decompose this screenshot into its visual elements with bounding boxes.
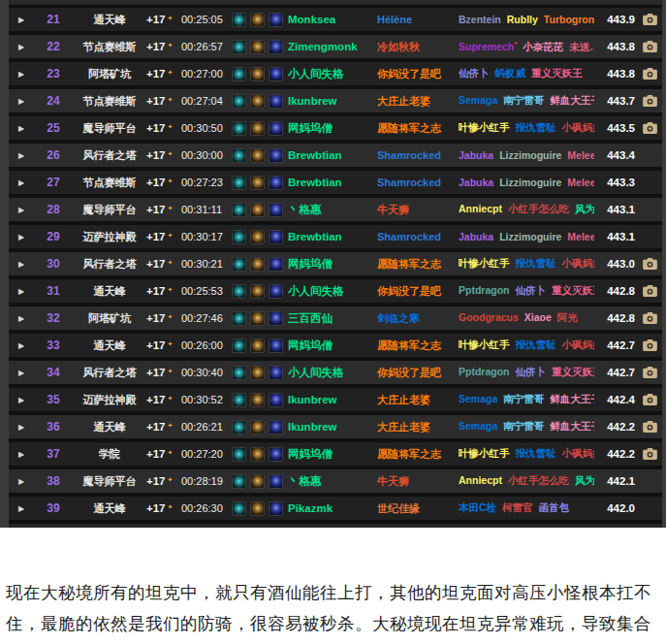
night-star-affix-icon[interactable] [269, 94, 283, 109]
tank-player-name[interactable]: Pikazmk [288, 502, 377, 514]
dps-player-name[interactable]: Goodgracus [459, 311, 519, 323]
dungeon-name[interactable]: 魔导师平台 [73, 121, 146, 136]
tank-player-name[interactable]: Brewbtian [288, 177, 377, 188]
dps-player-name[interactable]: 小砜妈妈 [562, 257, 595, 269]
night-star-affix-icon[interactable] [269, 230, 283, 244]
healer-player-name[interactable]: 冷如秋秋 [377, 40, 459, 54]
bronze-bolt-affix-icon[interactable] [250, 40, 265, 54]
night-star-affix-icon[interactable] [269, 67, 283, 81]
video-link[interactable] [637, 339, 662, 351]
tank-player-name[interactable]: Ikunbrew [288, 394, 377, 405]
healer-player-name[interactable]: Shamrocked [377, 149, 459, 161]
tank-player-name[interactable]: 小人间失格 [288, 67, 377, 81]
table-row[interactable]: ▶ 27 节点赛维斯 +17✦ 00:27:23 Brewbtian Shamr… [9, 171, 662, 194]
dps-player-name[interactable]: Supremech* [459, 41, 517, 52]
dps-player-name[interactable]: 函首包 [539, 501, 570, 513]
expand-arrow-icon[interactable]: ▶ [9, 16, 34, 24]
dps-player-name[interactable]: 阿光 [557, 311, 578, 323]
night-star-affix-icon[interactable] [269, 420, 283, 435]
dps-player-name[interactable]: 叶惨小红手 [459, 447, 510, 459]
night-star-affix-icon[interactable] [269, 338, 283, 353]
table-row[interactable]: ▶ 21 通天峰 +17✦ 00:25:05 Monksea Hélène Bz… [9, 8, 662, 31]
expand-arrow-icon[interactable]: ▶ [9, 151, 34, 160]
cyan-skull-affix-icon[interactable] [232, 420, 246, 435]
bronze-bolt-affix-icon[interactable] [250, 311, 265, 326]
dungeon-name[interactable]: 节点赛维斯 [73, 94, 146, 109]
dps-player-name[interactable]: 报仇雪耻 [516, 257, 556, 269]
dungeon-name[interactable]: 节点赛维斯 [73, 40, 146, 54]
dps-player-name[interactable]: 叶惨小红手 [459, 338, 510, 350]
expand-arrow-icon[interactable]: ▶ [9, 396, 34, 404]
dungeon-name[interactable]: 通天峰 [73, 338, 146, 353]
bronze-bolt-affix-icon[interactable] [250, 176, 265, 190]
healer-player-name[interactable]: 你妈没了是吧 [377, 366, 459, 380]
tank-player-name[interactable]: Zimengmonk [288, 41, 377, 52]
bronze-bolt-affix-icon[interactable] [250, 121, 265, 136]
cyan-skull-affix-icon[interactable] [232, 284, 246, 299]
healer-player-name[interactable]: 牛天狮 [377, 203, 459, 217]
expand-arrow-icon[interactable]: ▶ [9, 97, 34, 106]
dps-player-name[interactable]: Anniecpt [459, 203, 502, 214]
dps-player-name[interactable]: 小砜妈妈 [562, 447, 595, 459]
healer-player-name[interactable]: Shamrocked [377, 231, 459, 242]
dungeon-name[interactable]: 魔导师平台 [73, 474, 146, 489]
table-row[interactable]: ▶ 34 风行者之塔 +17✦ 00:30:40 小人间失格 你妈没了是吧 Pp… [9, 361, 662, 384]
cyan-skull-affix-icon[interactable] [232, 67, 246, 81]
bronze-bolt-affix-icon[interactable] [250, 230, 265, 244]
tank-player-name[interactable]: Ikunbrew [288, 421, 377, 433]
video-link[interactable] [637, 394, 662, 405]
dps-player-name[interactable]: 仙侪卜 [516, 284, 547, 296]
healer-player-name[interactable]: 愿随将军之志 [377, 338, 459, 353]
cyan-skull-affix-icon[interactable] [232, 447, 246, 462]
night-star-affix-icon[interactable] [269, 311, 283, 326]
table-row[interactable]: ▶ 39 通天峰 +17✦ 00:26:30 Pikazmk 世纪佳缘 本田C栓… [9, 497, 662, 520]
video-link[interactable] [637, 41, 662, 52]
expand-arrow-icon[interactable]: ▶ [9, 43, 34, 51]
dps-player-name[interactable]: Jabuka [459, 231, 493, 242]
video-link[interactable] [637, 149, 662, 161]
dps-player-name[interactable]: Lizzimoguire [499, 149, 561, 161]
expand-arrow-icon[interactable]: ▶ [9, 369, 34, 377]
table-row[interactable]: ▶ 22 节点赛维斯 +17✦ 00:26:57 Zimengmonk 冷如秋秋… [9, 35, 662, 58]
dps-player-name[interactable]: 叶惨小红手 [459, 257, 510, 269]
healer-player-name[interactable]: 你妈没了是吧 [377, 284, 459, 299]
dps-player-name[interactable]: Xiaoe [524, 311, 552, 323]
bronze-bolt-affix-icon[interactable] [250, 447, 265, 462]
expand-arrow-icon[interactable]: ▶ [9, 233, 34, 242]
bronze-bolt-affix-icon[interactable] [250, 420, 265, 435]
bronze-bolt-affix-icon[interactable] [250, 393, 265, 407]
night-star-affix-icon[interactable] [269, 121, 283, 136]
healer-player-name[interactable]: Hélène [377, 14, 459, 25]
table-row[interactable]: ▶ 23 阿塔矿坑 +17✦ 00:27:00 小人间失格 你妈没了是吧 仙侪卜… [9, 62, 662, 85]
dungeon-name[interactable]: 魔导师平台 [73, 203, 146, 217]
tank-player-name[interactable]: 小人间失格 [288, 366, 377, 380]
night-star-affix-icon[interactable] [269, 366, 283, 380]
healer-player-name[interactable]: 愿随将军之志 [377, 257, 459, 272]
video-link[interactable] [637, 231, 662, 242]
cyan-skull-affix-icon[interactable] [232, 121, 246, 136]
healer-player-name[interactable]: 愿随将军之志 [377, 447, 459, 462]
dps-player-name[interactable]: 未送… [569, 41, 594, 52]
expand-arrow-icon[interactable]: ▶ [9, 314, 34, 323]
night-star-affix-icon[interactable] [269, 203, 283, 217]
cyan-skull-affix-icon[interactable] [232, 94, 246, 109]
dps-player-name[interactable]: Melee [567, 177, 594, 188]
video-link[interactable] [637, 448, 662, 460]
video-link[interactable] [637, 312, 662, 324]
video-link[interactable] [637, 177, 662, 188]
dps-player-name[interactable]: Rublly [507, 14, 538, 25]
dps-player-name[interactable]: 报仇雪耻 [516, 447, 556, 459]
dungeon-name[interactable]: 通天峰 [73, 501, 146, 516]
dungeon-name[interactable]: 通天峰 [73, 420, 146, 435]
table-row[interactable]: ▶ 30 风行者之塔 +17✦ 00:30:21 网妈坞僧 愿随将军之志 叶惨小… [9, 252, 662, 275]
dps-player-name[interactable]: 风为 [575, 203, 594, 214]
expand-arrow-icon[interactable]: ▶ [9, 287, 34, 296]
dps-player-name[interactable]: 仙侪卜 [516, 366, 547, 377]
night-star-affix-icon[interactable] [269, 13, 283, 27]
video-link[interactable] [637, 475, 662, 487]
healer-player-name[interactable]: 剑临之寒 [377, 311, 459, 326]
tank-player-name[interactable]: Brewbtian [288, 149, 377, 161]
video-link[interactable] [637, 258, 662, 270]
table-row[interactable]: ▶ 31 通天峰 +17✦ 00:25:53 小人间失格 你妈没了是吧 Pptd… [9, 279, 662, 303]
table-row[interactable]: ▶ 36 通天峰 +17✦ 00:26:21 Ikunbrew 大庄止老婆 Se… [9, 415, 662, 438]
